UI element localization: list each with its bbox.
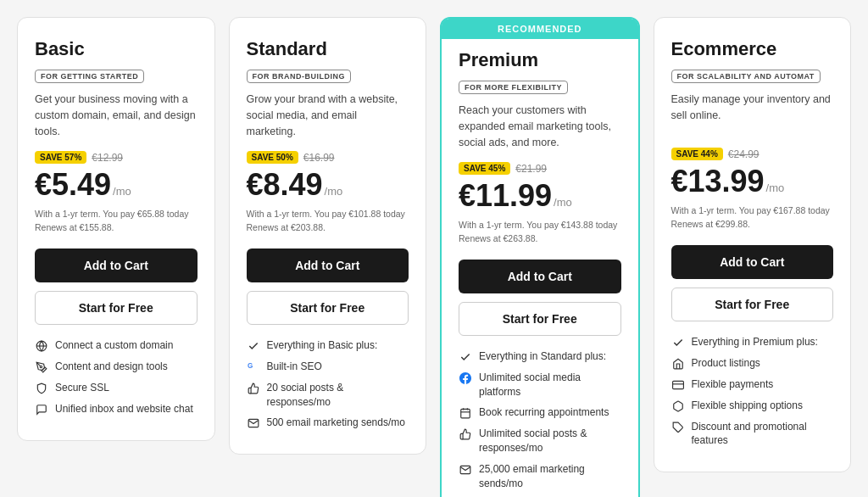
savings-badge: SAVE 50% — [247, 151, 298, 164]
feature-text: Product listings — [692, 356, 760, 371]
plan-tag: FOR GETTING STARTED — [35, 70, 144, 83]
feature-text: Everything in Standard plus: — [479, 349, 606, 364]
plan-desc: Easily manage your inventory and sell on… — [671, 92, 834, 136]
store-icon — [671, 357, 685, 371]
feature-text: Unified inbox and website chat — [55, 402, 193, 416]
plan-name: Premium — [459, 49, 621, 71]
feature-text: Everything in Basic plus: — [267, 338, 378, 353]
feature-item: 25,000 email marketing sends/mo — [459, 462, 621, 491]
check-icon — [459, 350, 472, 364]
feature-item: Product listings — [671, 356, 834, 371]
feature-item: Unlimited social media platforms — [459, 371, 621, 399]
facebook-icon — [459, 371, 472, 385]
feature-item: Unified inbox and website chat — [35, 402, 198, 416]
feature-text: Flexible payments — [692, 377, 774, 392]
feature-item: Everything in Premium plus: — [671, 335, 834, 349]
pricing-card-basic: BasicFOR GETTING STARTEDGet your busines… — [17, 17, 215, 441]
feature-text: Content and design tools — [55, 360, 168, 374]
recommended-badge: RECOMMENDED — [442, 19, 638, 39]
plan-name: Ecommerce — [671, 38, 834, 60]
google-icon: G — [247, 360, 260, 374]
box-icon — [671, 399, 685, 413]
savings-row: SAVE 45% €21.99 — [459, 162, 621, 175]
feature-item: Connect a custom domain — [35, 338, 198, 353]
feature-text: Unlimited social media platforms — [479, 371, 621, 399]
feature-item: Unlimited social posts & responses/mo — [459, 427, 621, 455]
original-price: €12.99 — [92, 152, 123, 164]
price-per: /mo — [113, 185, 131, 198]
start-for-free-button[interactable]: Start for Free — [459, 302, 621, 336]
savings-row: SAVE 57% €12.99 — [35, 151, 198, 164]
plan-name: Standard — [247, 38, 409, 60]
feature-item: Secure SSL — [35, 381, 198, 395]
feature-text: 500 email marketing sends/mo — [267, 416, 405, 430]
feature-text: Connect a custom domain — [55, 338, 173, 353]
start-for-free-button[interactable]: Start for Free — [247, 291, 409, 325]
start-for-free-button[interactable]: Start for Free — [671, 288, 834, 321]
features-list: Everything in Standard plus: Unlimited s… — [459, 349, 621, 491]
design-icon — [35, 360, 48, 374]
add-to-cart-button[interactable]: Add to Cart — [459, 260, 621, 293]
price-per: /mo — [325, 185, 343, 198]
price-per: /mo — [554, 196, 572, 209]
globe-icon — [35, 339, 48, 353]
svg-rect-8 — [672, 381, 683, 388]
feature-item: 20 social posts & responses/mo — [247, 381, 409, 410]
plan-name: Basic — [35, 38, 198, 60]
original-price: €21.99 — [515, 163, 547, 175]
feature-item: 500 email marketing sends/mo — [247, 416, 409, 430]
price-note: With a 1-yr term. You pay €143.88 todayR… — [459, 219, 621, 246]
add-to-cart-button[interactable]: Add to Cart — [35, 248, 198, 282]
savings-row: SAVE 44% €24.99 — [671, 148, 834, 160]
plan-desc: Grow your brand with a website, social m… — [247, 92, 409, 139]
price-per: /mo — [766, 181, 785, 194]
feature-text: 25,000 email marketing sends/mo — [479, 462, 621, 491]
plan-tag: FOR SCALABILITY AND AUTOMAT — [671, 70, 821, 83]
mail-icon — [459, 463, 472, 477]
plan-tag: FOR MORE FLEXIBILITY — [459, 81, 568, 94]
features-list: Everything in Basic plus: G Built-in SEO… — [247, 338, 409, 431]
pricing-card-standard: StandardFOR BRAND-BUILDINGGrow your bran… — [229, 17, 427, 455]
pricing-card-premium: RECOMMENDEDPremiumFOR MORE FLEXIBILITYRe… — [440, 17, 640, 497]
feature-text: Book recurring appointments — [479, 405, 609, 420]
feature-item: Everything in Basic plus: — [247, 338, 409, 353]
feature-item: G Built-in SEO — [247, 360, 409, 374]
feature-text: Everything in Premium plus: — [692, 335, 818, 349]
card-icon — [671, 378, 685, 392]
savings-badge: SAVE 57% — [35, 151, 86, 164]
svg-text:G: G — [248, 362, 253, 370]
price-note: With a 1-yr term. You pay €101.88 todayR… — [247, 208, 409, 235]
savings-badge: SAVE 44% — [671, 148, 723, 160]
plan-desc: Reach your customers with expanded email… — [459, 103, 621, 150]
check-icon — [671, 336, 685, 349]
tag-icon — [671, 421, 685, 434]
feature-item: Content and design tools — [35, 360, 198, 374]
price-main: €13.99 — [671, 164, 765, 199]
start-for-free-button[interactable]: Start for Free — [35, 291, 198, 325]
original-price: €16.99 — [303, 152, 335, 164]
feature-item: Discount and promotional features — [671, 420, 834, 449]
savings-row: SAVE 50% €16.99 — [247, 151, 409, 164]
price-row: €13.99 /mo — [671, 164, 834, 199]
add-to-cart-button[interactable]: Add to Cart — [247, 248, 409, 282]
feature-text: Unlimited social posts & responses/mo — [479, 427, 621, 455]
like-icon — [247, 382, 260, 395]
feature-text: Built-in SEO — [267, 360, 322, 374]
price-row: €8.49 /mo — [247, 167, 409, 203]
shield-icon — [35, 382, 48, 395]
feature-item: Flexible payments — [671, 377, 834, 392]
plan-tag: FOR BRAND-BUILDING — [247, 70, 352, 83]
price-main: €5.49 — [35, 167, 111, 203]
price-row: €5.49 /mo — [35, 167, 198, 203]
svg-point-2 — [40, 366, 42, 367]
feature-text: Discount and promotional features — [692, 420, 834, 449]
features-list: Everything in Premium plus: Product list… — [671, 335, 834, 449]
calendar-icon — [459, 406, 472, 420]
feature-item: Book recurring appointments — [459, 405, 621, 420]
feature-item: Everything in Standard plus: — [459, 349, 621, 364]
add-to-cart-button[interactable]: Add to Cart — [671, 245, 834, 279]
feature-text: 20 social posts & responses/mo — [267, 381, 409, 410]
feature-item: Flexible shipping options — [671, 399, 834, 413]
feature-text: Flexible shipping options — [692, 399, 803, 413]
like-icon — [459, 427, 472, 441]
